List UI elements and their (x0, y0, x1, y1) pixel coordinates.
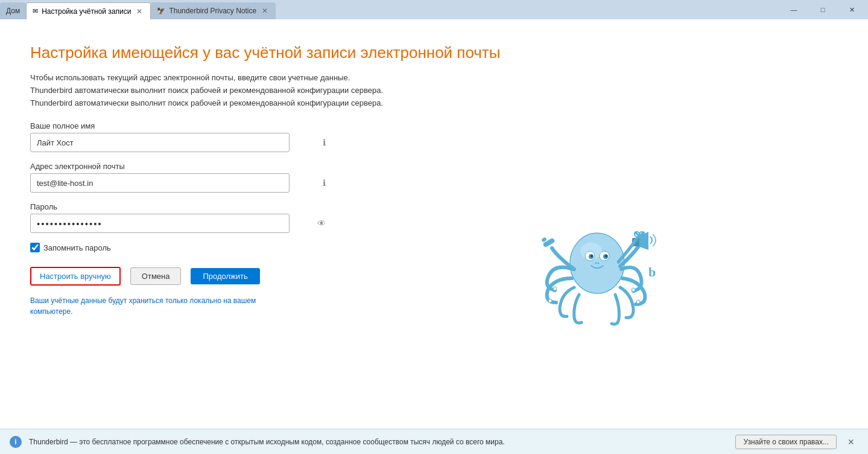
tab-privacy-label: Thunderbird Privacy Notice (169, 7, 256, 15)
window-controls: — □ ✕ (780, 0, 868, 19)
svg-point-21 (636, 300, 640, 304)
tab-home[interactable]: Дом (0, 2, 26, 19)
svg-point-7 (605, 255, 607, 257)
privacy-note: Ваши учётные данные будут храниться толь… (30, 295, 259, 317)
title-bar: Дом ✉ Настройка учётной записи ✕ 🦅 Thund… (0, 0, 868, 19)
email-input-wrapper: ℹ (30, 173, 332, 193)
info-bar-close-button[interactable]: ✕ (844, 435, 858, 449)
tabs-area: Дом ✉ Настройка учётной записи ✕ 🦅 Thund… (0, 0, 780, 19)
image-section: b (356, 121, 838, 417)
maximize-button[interactable]: □ (809, 0, 837, 19)
form-and-image: Ваше полное имя ℹ Адрес электронной почт… (30, 121, 838, 417)
remember-password-label[interactable]: Запомнить пароль (30, 243, 332, 252)
email-group: Адрес электронной почты ℹ (30, 162, 332, 193)
continue-button[interactable]: Продолжить (191, 268, 259, 284)
page-description: Чтобы использовать текущий адрес электро… (30, 72, 838, 109)
main-content: Настройка имеющейся у вас учётной записи… (0, 19, 868, 429)
svg-point-20 (632, 288, 635, 292)
close-button[interactable]: ✕ (838, 0, 866, 19)
svg-point-18 (553, 287, 557, 290)
desc-line3: Thunderbird автоматически выполнит поиск… (30, 98, 383, 107)
privacy-note-text: Ваши учётные данные будут храниться толь… (30, 296, 256, 316)
tab-setup[interactable]: ✉ Настройка учётной записи ✕ (26, 2, 151, 19)
email-label: Адрес электронной почты (30, 162, 332, 171)
tab-setup-close[interactable]: ✕ (135, 7, 144, 16)
cancel-button[interactable]: Отмена (130, 267, 182, 285)
desc-line1: Чтобы использовать текущий адрес электро… (30, 73, 350, 82)
remember-password-checkbox[interactable] (30, 243, 40, 252)
email-info-icon[interactable]: ℹ (323, 178, 326, 188)
remember-password-text: Запомнить пароль (43, 243, 111, 252)
password-group: Пароль 👁 (30, 202, 332, 233)
info-bar: i Thunderbird — это бесплатное программн… (0, 429, 868, 454)
password-input-wrapper: 👁 (30, 214, 332, 233)
password-input[interactable] (30, 214, 290, 233)
fullname-group: Ваше полное имя ℹ (30, 121, 332, 152)
form-section: Ваше полное имя ℹ Адрес электронной почт… (30, 121, 332, 417)
svg-point-8 (595, 262, 597, 264)
tab-privacy-close[interactable]: ✕ (260, 6, 270, 16)
email-input[interactable] (30, 173, 290, 193)
content-area: Настройка имеющейся у вас учётной записи… (0, 19, 868, 454)
tab-home-label: Дом (6, 7, 20, 15)
fullname-info-icon[interactable]: ℹ (323, 138, 326, 147)
svg-point-19 (548, 299, 552, 302)
svg-point-9 (597, 262, 599, 264)
fullname-input-wrapper: ℹ (30, 133, 332, 152)
octopus-illustration: b (531, 209, 664, 330)
info-bar-icon: i (10, 436, 22, 448)
svg-point-0 (570, 233, 624, 293)
page-title: Настройка имеющейся у вас учётной записи… (30, 43, 838, 62)
tab-setup-icon: ✉ (33, 7, 38, 15)
fullname-input[interactable] (30, 133, 290, 152)
svg-point-6 (591, 255, 593, 257)
tab-privacy-icon: 🦅 (157, 7, 165, 15)
info-bar-text: Thunderbird — это бесплатное программное… (29, 438, 728, 446)
password-label: Пароль (30, 202, 332, 211)
svg-text:b: b (648, 264, 656, 280)
desc-line2: Thunderbird автоматически выполнит поиск… (30, 86, 383, 95)
configure-manual-button[interactable]: Настроить вручную (30, 267, 121, 286)
tab-privacy[interactable]: 🦅 Thunderbird Privacy Notice ✕ (151, 2, 276, 19)
buttons-row: Настроить вручную Отмена Продолжить (30, 267, 332, 286)
info-bar-link-button[interactable]: Узнайте о своих правах... (735, 435, 837, 449)
fullname-label: Ваше полное имя (30, 121, 332, 130)
minimize-button[interactable]: — (780, 0, 808, 19)
tab-setup-label: Настройка учётной записи (42, 7, 131, 16)
password-toggle-icon[interactable]: 👁 (317, 219, 326, 228)
